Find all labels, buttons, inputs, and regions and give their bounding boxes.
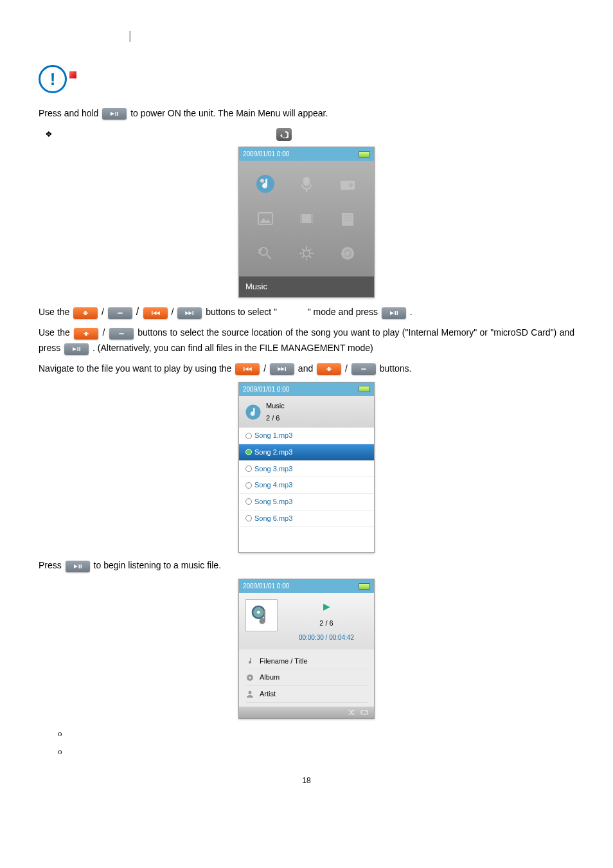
menu-ebook-icon <box>329 203 366 234</box>
menu-photo-icon <box>247 203 284 234</box>
player-artist-row: Artist <box>245 686 368 703</box>
screenshot-file-list: 2009/01/01 0:00 Music 2 / 6 Song 1.mp3So… <box>238 382 375 554</box>
minus-button-icon <box>109 328 134 339</box>
status-bar: 2009/01/01 0:00 <box>239 147 374 161</box>
list-header: Music 2 / 6 <box>239 396 374 428</box>
file-dot-icon <box>245 433 252 439</box>
file-row: Song 3.mp3 <box>239 461 374 478</box>
file-row: Song 5.mp3 <box>239 494 374 511</box>
player-title-row: Filename / Title <box>245 653 368 670</box>
file-name: Song 1.mp3 <box>254 429 292 442</box>
play-pause-button-icon <box>382 307 406 319</box>
section-marker <box>69 71 76 78</box>
play-pause-button-icon <box>64 343 89 355</box>
svg-rect-19 <box>118 312 123 314</box>
file-row: Song 4.mp3 <box>239 477 374 494</box>
track-time: 00:00:30 / 00:04:42 <box>285 632 368 643</box>
file-dot-icon <box>245 498 252 505</box>
player-footer <box>239 707 374 718</box>
repeat-icon <box>360 709 369 716</box>
diamond-icon: ❖ <box>45 129 53 139</box>
shuffle-icon <box>347 709 356 716</box>
file-dot-icon <box>245 515 252 521</box>
next-button-icon <box>270 363 294 375</box>
file-name: Song 5.mp3 <box>254 496 292 508</box>
plus-button-icon <box>317 363 341 375</box>
plus-button-icon <box>73 307 98 319</box>
instruction-navigate: Navigate to the file you want to play by… <box>39 361 574 377</box>
minus-button-icon <box>108 307 132 319</box>
svg-rect-21 <box>361 369 366 370</box>
svg-rect-8 <box>311 214 313 223</box>
menu-settings-icon <box>288 238 325 269</box>
svg-rect-7 <box>300 214 302 223</box>
album-art-icon <box>245 599 278 631</box>
instruction-select-source: Use the / buttons to select the source l… <box>39 325 574 356</box>
svg-rect-20 <box>119 333 124 334</box>
menu-video-icon <box>288 203 325 234</box>
menu-recorder-icon <box>288 168 325 199</box>
minus-button-icon <box>351 363 376 375</box>
svg-point-24 <box>257 611 260 614</box>
svg-point-1 <box>260 179 264 183</box>
svg-point-27 <box>249 691 252 694</box>
menu-radio-icon <box>329 168 366 199</box>
status-bar: 2009/01/01 0:00 <box>239 383 374 396</box>
svg-point-18 <box>341 247 354 260</box>
battery-icon <box>359 583 370 590</box>
diamond-back-row: ❖ <box>39 126 574 141</box>
prev-button-icon <box>235 363 260 375</box>
file-name: Song 4.mp3 <box>254 479 292 491</box>
page-number: 18 <box>39 774 574 787</box>
back-icon <box>276 128 292 141</box>
list-header-title: Music <box>266 400 285 412</box>
playing-indicator-icon: ▶ <box>285 599 368 615</box>
svg-point-13 <box>260 248 267 255</box>
file-dot-icon <box>245 466 252 472</box>
svg-rect-2 <box>303 177 310 186</box>
list-header-counter: 2 / 6 <box>266 412 285 424</box>
text-cursor: | <box>129 26 574 46</box>
battery-icon <box>359 151 370 158</box>
svg-point-4 <box>349 183 353 187</box>
prev-button-icon <box>143 307 168 319</box>
bullet-list: o o <box>39 727 574 759</box>
menu-delete-icon <box>329 238 366 269</box>
status-bar: 2009/01/01 0:00 <box>239 579 374 593</box>
file-row: Song 6.mp3 <box>239 511 374 527</box>
screenshot-main-menu: 2009/01/01 0:00 <box>238 147 375 298</box>
file-name: Song 3.mp3 <box>254 463 292 475</box>
instruction-select-mode: Use the / / / buttons to select " " mode… <box>39 303 574 320</box>
svg-point-17 <box>303 250 310 257</box>
play-pause-button-icon <box>66 561 90 572</box>
bullet-item: o <box>58 727 574 741</box>
track-counter: 2 / 6 <box>285 615 368 632</box>
svg-line-14 <box>267 255 271 259</box>
svg-point-26 <box>249 676 251 678</box>
menu-music-icon <box>247 168 284 199</box>
player-album-row: Album <box>245 669 368 686</box>
svg-rect-15 <box>258 249 262 251</box>
file-name: Song 6.mp3 <box>254 512 292 525</box>
bullet-item: o <box>58 745 574 759</box>
battery-icon <box>359 386 370 392</box>
play-pause-button-icon <box>102 108 127 120</box>
file-dot-icon <box>245 449 252 455</box>
file-dot-icon <box>245 482 252 489</box>
file-row: Song 2.mp3 <box>239 444 374 461</box>
plus-button-icon <box>74 328 98 339</box>
alert-icon: ! <box>39 65 67 93</box>
instruction-press-play: Press to begin listening to a music file… <box>39 558 574 574</box>
menu-file-icon <box>247 238 284 269</box>
main-menu-label: Music <box>239 276 374 297</box>
status-datetime: 2009/01/01 0:00 <box>243 149 289 159</box>
screenshot-now-playing: 2009/01/01 0:00 ▶ 2 / 6 00:00:30 / 00:04… <box>238 579 375 719</box>
svg-rect-9 <box>342 213 353 226</box>
svg-rect-16 <box>258 252 261 253</box>
file-name: Song 2.mp3 <box>254 446 292 458</box>
instruction-power-on: Press and hold to power ON the unit. The… <box>39 106 574 122</box>
next-button-icon <box>177 307 202 319</box>
file-row: Song 1.mp3 <box>239 428 374 444</box>
